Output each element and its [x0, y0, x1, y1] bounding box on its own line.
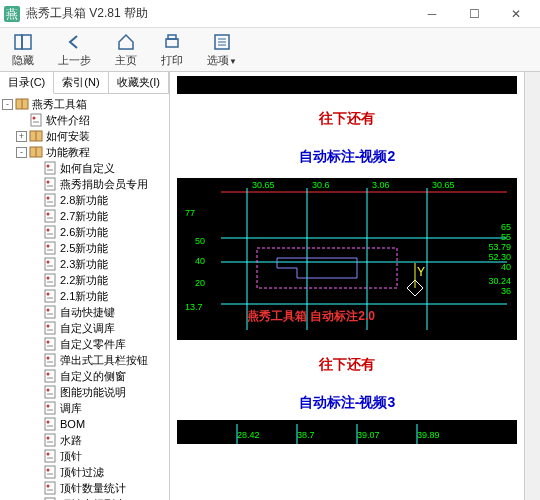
tree-node[interactable]: 图能功能说明: [2, 384, 167, 400]
tree-node[interactable]: 顶针: [2, 448, 167, 464]
tree-node[interactable]: 软件介绍: [2, 112, 167, 128]
tree-node[interactable]: 自定义零件库: [2, 336, 167, 352]
svg-rect-64: [45, 402, 55, 414]
svg-rect-70: [45, 434, 55, 446]
tree-node[interactable]: 弹出式工具栏按钮: [2, 352, 167, 368]
titlebar: 燕 燕秀工具箱 V2.81 帮助 ─ ☐ ✕: [0, 0, 540, 28]
close-button[interactable]: ✕: [496, 3, 536, 25]
toolbar: 隐藏 上一步 主页 打印 选项▼: [0, 28, 540, 72]
back-button[interactable]: 上一步: [52, 30, 97, 70]
svg-rect-52: [45, 338, 55, 350]
svg-point-35: [47, 245, 50, 248]
tree-node[interactable]: 自定义的侧窗: [2, 368, 167, 384]
tree-node[interactable]: 2.1新功能: [2, 288, 167, 304]
watermark: 燕秀工具箱 自动标注2.0: [247, 308, 375, 325]
tree-node[interactable]: +如何安装: [2, 128, 167, 144]
video-title-3: 自动标注-视频3: [170, 386, 524, 420]
svg-rect-28: [45, 210, 55, 222]
tree-node[interactable]: 燕秀捐助会员专用: [2, 176, 167, 192]
tab-contents[interactable]: 目录(C): [0, 72, 54, 94]
maximize-button[interactable]: ☐: [454, 3, 494, 25]
tree-node[interactable]: 水路: [2, 432, 167, 448]
tree-view[interactable]: -燕秀工具箱软件介绍+如何安装-功能教程如何自定义燕秀捐助会员专用2.8新功能2…: [0, 94, 169, 500]
minimize-button[interactable]: ─: [412, 3, 452, 25]
svg-point-13: [33, 117, 36, 120]
svg-rect-31: [45, 226, 55, 238]
svg-point-29: [47, 213, 50, 216]
cad-preview-2: Y 30.65 30.6 3.06 30.65 77 50 40 20 13.7…: [177, 178, 517, 340]
options-icon: [212, 32, 232, 52]
tree-node[interactable]: 顶针坐标列表: [2, 496, 167, 500]
svg-point-65: [47, 405, 50, 408]
svg-point-71: [47, 437, 50, 440]
tree-node[interactable]: 2.3新功能: [2, 256, 167, 272]
svg-point-23: [47, 181, 50, 184]
sidebar: 目录(C) 索引(N) 收藏夹(I) -燕秀工具箱软件介绍+如何安装-功能教程如…: [0, 72, 170, 500]
svg-point-41: [47, 277, 50, 280]
svg-text:Y: Y: [417, 265, 425, 279]
svg-point-77: [47, 469, 50, 472]
svg-rect-46: [45, 306, 55, 318]
tree-node[interactable]: 2.7新功能: [2, 208, 167, 224]
tab-index[interactable]: 索引(N): [54, 72, 108, 93]
hide-button[interactable]: 隐藏: [6, 30, 40, 70]
home-button[interactable]: 主页: [109, 30, 143, 70]
svg-rect-76: [45, 466, 55, 478]
svg-rect-4: [166, 39, 178, 47]
svg-rect-3: [22, 35, 31, 49]
options-button[interactable]: 选项▼: [201, 30, 243, 70]
tree-node[interactable]: -燕秀工具箱: [2, 96, 167, 112]
svg-rect-34: [45, 242, 55, 254]
svg-point-53: [47, 341, 50, 344]
tree-node[interactable]: 顶针过滤: [2, 464, 167, 480]
svg-rect-5: [168, 35, 176, 39]
tree-node[interactable]: 2.6新功能: [2, 224, 167, 240]
svg-rect-43: [45, 290, 55, 302]
tree-node[interactable]: 2.5新功能: [2, 240, 167, 256]
tab-favorites[interactable]: 收藏夹(I): [109, 72, 169, 93]
svg-point-62: [47, 389, 50, 392]
print-icon: [162, 32, 182, 52]
window-title: 燕秀工具箱 V2.81 帮助: [26, 5, 412, 22]
vertical-scrollbar[interactable]: [524, 72, 540, 500]
svg-point-44: [47, 293, 50, 296]
print-button[interactable]: 打印: [155, 30, 189, 70]
more-below-text-2: 往下还有: [170, 344, 524, 386]
svg-rect-2: [15, 35, 22, 49]
svg-rect-67: [45, 418, 55, 430]
svg-rect-79: [45, 482, 55, 494]
svg-rect-22: [45, 178, 55, 190]
svg-point-32: [47, 229, 50, 232]
more-below-text: 往下还有: [170, 98, 524, 140]
home-icon: [116, 32, 136, 52]
tree-node[interactable]: 2.8新功能: [2, 192, 167, 208]
svg-point-26: [47, 197, 50, 200]
tree-node[interactable]: 自定义调库: [2, 320, 167, 336]
tree-node[interactable]: BOM: [2, 416, 167, 432]
app-icon: 燕: [4, 6, 20, 22]
svg-point-38: [47, 261, 50, 264]
svg-rect-58: [45, 370, 55, 382]
hide-icon: [13, 32, 33, 52]
svg-rect-19: [45, 162, 55, 174]
tree-node[interactable]: 2.2新功能: [2, 272, 167, 288]
tree-node[interactable]: -功能教程: [2, 144, 167, 160]
svg-rect-49: [45, 322, 55, 334]
svg-point-50: [47, 325, 50, 328]
svg-point-59: [47, 373, 50, 376]
tree-node[interactable]: 顶针数量统计: [2, 480, 167, 496]
svg-point-74: [47, 453, 50, 456]
svg-rect-40: [45, 274, 55, 286]
tree-node[interactable]: 调库: [2, 400, 167, 416]
content-pane[interactable]: 往下还有 自动标注-视频2 Y 30.65 30.6 3.06 30.65: [170, 72, 524, 500]
svg-rect-55: [45, 354, 55, 366]
tree-node[interactable]: 自动快捷键: [2, 304, 167, 320]
svg-point-20: [47, 165, 50, 168]
video-title-2: 自动标注-视频2: [170, 140, 524, 174]
svg-rect-37: [45, 258, 55, 270]
tree-node[interactable]: 如何自定义: [2, 160, 167, 176]
black-bar: [177, 76, 517, 94]
svg-point-47: [47, 309, 50, 312]
sidebar-tabs: 目录(C) 索引(N) 收藏夹(I): [0, 72, 169, 94]
svg-point-80: [47, 485, 50, 488]
